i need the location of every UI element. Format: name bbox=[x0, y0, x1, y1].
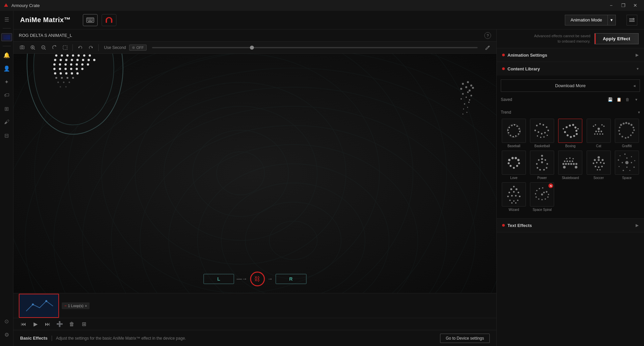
sidebar-sliders-icon[interactable]: ⊞ bbox=[1, 103, 13, 115]
skip-back-btn[interactable]: ⏮ bbox=[19, 320, 28, 329]
svg-rect-141 bbox=[19, 294, 59, 318]
effect-thumbnail-cat[interactable] bbox=[587, 119, 611, 143]
chain-link-icon[interactable]: ⛓ bbox=[250, 272, 265, 286]
expand-saved-btn[interactable]: ▾ bbox=[633, 96, 640, 103]
animation-mode-button[interactable]: Animation Mode bbox=[565, 15, 607, 25]
effect-item-love[interactable]: Love bbox=[501, 151, 527, 180]
effect-item-skateboard[interactable]: Skateboard bbox=[557, 151, 583, 180]
effect-thumbnail-power[interactable] bbox=[530, 151, 554, 175]
effect-thumbnail-skateboard[interactable] bbox=[558, 151, 582, 175]
add-clip-btn[interactable]: ➕ bbox=[55, 320, 64, 329]
right-panel-scroll[interactable]: Animation Settings ▶ Content Library ▾ bbox=[497, 48, 644, 346]
sidebar-settings-icon[interactable]: ⚙ bbox=[1, 329, 13, 341]
lr-arrow-1: —→ bbox=[236, 276, 247, 282]
effect-thumbnail-love[interactable] bbox=[502, 151, 526, 175]
effect-thumbnail-soccer[interactable] bbox=[587, 151, 611, 175]
settings-panel-btn[interactable] bbox=[627, 15, 637, 25]
minimize-button[interactable]: − bbox=[606, 2, 616, 9]
svg-point-133 bbox=[466, 97, 467, 98]
effect-thumbnail-space-spiral[interactable]: N bbox=[530, 182, 554, 207]
help-button[interactable]: ? bbox=[484, 32, 491, 39]
titlebar-app-name: Armoury Crate bbox=[11, 3, 40, 8]
svg-point-139 bbox=[463, 114, 464, 115]
loop-plus[interactable]: + bbox=[85, 304, 87, 308]
svg-point-230 bbox=[536, 163, 538, 165]
svg-point-242 bbox=[576, 163, 578, 165]
select-btn[interactable] bbox=[60, 43, 70, 52]
effect-item-power[interactable]: Power bbox=[529, 151, 555, 180]
effect-item-wizard[interactable]: Wizard bbox=[501, 182, 527, 212]
edit-btn[interactable] bbox=[483, 43, 492, 52]
sidebar-brush-icon[interactable]: 🖌 bbox=[1, 116, 13, 128]
effect-thumbnail-graffiti[interactable] bbox=[615, 119, 639, 143]
animation-settings-header[interactable]: Animation Settings ▶ bbox=[497, 48, 644, 62]
effect-item-soccer[interactable]: Soccer bbox=[586, 151, 612, 180]
close-button[interactable]: ✕ bbox=[630, 2, 641, 9]
sidebar-profile-icon[interactable]: ⊙ bbox=[1, 315, 13, 327]
app-logo bbox=[3, 3, 9, 8]
svg-point-288 bbox=[507, 195, 509, 197]
skateboard-preview bbox=[558, 151, 582, 174]
undo-btn[interactable] bbox=[75, 43, 85, 52]
animation-mode-arrow-btn[interactable]: ▾ bbox=[607, 15, 616, 25]
sidebar-thumbnail-item[interactable] bbox=[1, 31, 13, 43]
canvas-view[interactable]: L —→ ⛓ → R bbox=[13, 54, 496, 293]
sidebar-notification-icon[interactable]: 🔔 bbox=[1, 49, 13, 61]
settings-clip-btn[interactable]: ⊞ bbox=[79, 320, 89, 329]
timeline-slider[interactable] bbox=[152, 47, 478, 48]
timeline-clip[interactable] bbox=[19, 294, 59, 318]
play-btn[interactable]: ▶ bbox=[31, 320, 40, 329]
effect-item-boxing[interactable]: Boxing bbox=[557, 119, 583, 148]
redo-btn[interactable] bbox=[86, 43, 96, 52]
headphone-shape bbox=[13, 54, 141, 137]
download-more-button[interactable]: Download More bbox=[501, 79, 640, 92]
effect-item-baseball[interactable]: Baseball bbox=[501, 119, 527, 148]
sidebar-light-icon[interactable]: ✦ bbox=[1, 76, 13, 88]
effect-thumbnail-baseball[interactable] bbox=[502, 119, 526, 143]
go-to-device-button[interactable]: Go to Device settings bbox=[440, 334, 490, 343]
sidebar-user-icon[interactable]: 👤 bbox=[1, 62, 13, 74]
delete-icon-btn[interactable]: 🗑 bbox=[624, 96, 631, 103]
skip-forward-btn[interactable]: ⏭ bbox=[43, 320, 52, 329]
save-as-icon-btn[interactable]: 📋 bbox=[615, 96, 623, 103]
effect-item-cat[interactable]: Cat bbox=[586, 119, 612, 148]
svg-point-154 bbox=[510, 135, 511, 136]
effect-thumbnail-boxing[interactable] bbox=[558, 119, 582, 143]
effect-item-graffiti[interactable]: Graffiti bbox=[614, 119, 640, 148]
svg-rect-2 bbox=[87, 18, 88, 19]
effect-thumbnail-basketball[interactable] bbox=[530, 119, 554, 143]
sidebar-tag-icon[interactable]: 🏷 bbox=[1, 89, 13, 101]
content-library-header[interactable]: Content Library ▾ bbox=[497, 62, 644, 75]
restore-button[interactable]: ❐ bbox=[618, 2, 629, 9]
sidebar-layers-icon[interactable]: ⊟ bbox=[1, 129, 13, 141]
effect-item-space-spiral[interactable]: N Space Spiral bbox=[529, 182, 555, 212]
zoom-in-btn[interactable] bbox=[28, 43, 38, 52]
zoom-out-btn[interactable] bbox=[39, 43, 48, 52]
svg-point-152 bbox=[515, 135, 517, 137]
effect-thumbnail-space[interactable] bbox=[615, 151, 639, 175]
svg-point-209 bbox=[625, 137, 627, 139]
rotate-btn[interactable] bbox=[50, 43, 59, 52]
effect-thumbnail-wizard[interactable] bbox=[502, 182, 526, 207]
lr-right-label: R bbox=[275, 274, 306, 284]
effect-item-basketball[interactable]: Basketball bbox=[529, 119, 555, 148]
toggle-off-btn[interactable]: OFF bbox=[129, 45, 147, 51]
screenshot-btn[interactable] bbox=[17, 43, 27, 52]
graffiti-preview bbox=[615, 119, 639, 142]
apply-effect-button[interactable]: Apply Effect bbox=[594, 33, 639, 44]
text-effects-header[interactable]: Text Effects ▶ bbox=[497, 219, 644, 232]
sidebar-menu-icon[interactable]: ☰ bbox=[1, 13, 13, 25]
loop-label: − 1 Loop(s) + bbox=[62, 302, 90, 309]
headphone-device-btn[interactable] bbox=[102, 14, 116, 26]
trend-collapse-btn[interactable]: ▾ bbox=[638, 110, 640, 115]
delete-clip-btn[interactable]: 🗑 bbox=[67, 320, 76, 329]
svg-point-211 bbox=[619, 133, 621, 135]
timeline-thumb[interactable] bbox=[250, 46, 254, 50]
keyboard-device-btn[interactable] bbox=[83, 14, 98, 26]
svg-point-111 bbox=[60, 86, 61, 88]
svg-point-265 bbox=[599, 169, 601, 170]
save-icon-btn[interactable]: 💾 bbox=[606, 96, 614, 103]
svg-point-270 bbox=[634, 160, 635, 161]
effect-item-space[interactable]: Space bbox=[614, 151, 640, 180]
loop-minus[interactable]: − bbox=[64, 304, 66, 308]
